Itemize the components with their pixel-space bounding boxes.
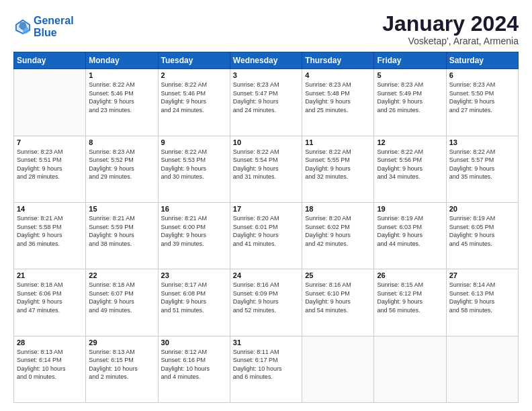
month-title: January 2024: [382, 12, 519, 36]
calendar-cell: 21Sunrise: 8:18 AMSunset: 6:06 PMDayligh…: [14, 269, 86, 336]
weekday-header-saturday: Saturday: [446, 52, 518, 69]
calendar-cell: [446, 336, 518, 402]
calendar-cell: 1Sunrise: 8:22 AMSunset: 5:46 PMDaylight…: [86, 69, 158, 136]
day-number: 6: [449, 71, 515, 79]
weekday-header-monday: Monday: [86, 52, 158, 69]
calendar-week-0: 1Sunrise: 8:22 AMSunset: 5:46 PMDaylight…: [14, 69, 519, 136]
weekday-header-friday: Friday: [374, 52, 446, 69]
day-info: Sunrise: 8:21 AMSunset: 6:00 PMDaylight:…: [161, 214, 227, 248]
day-info: Sunrise: 8:23 AMSunset: 5:51 PMDaylight:…: [17, 148, 83, 181]
day-info: Sunrise: 8:15 AMSunset: 6:12 PMDaylight:…: [377, 281, 443, 314]
logo-text: General Blue: [34, 15, 74, 38]
day-number: 30: [161, 338, 227, 347]
calendar-cell: [14, 69, 86, 136]
calendar-cell: 22Sunrise: 8:18 AMSunset: 6:07 PMDayligh…: [86, 269, 158, 336]
day-number: 10: [233, 138, 299, 146]
calendar-cell: 3Sunrise: 8:23 AMSunset: 5:47 PMDaylight…: [230, 69, 302, 136]
calendar-body: 1Sunrise: 8:22 AMSunset: 5:46 PMDaylight…: [14, 69, 519, 403]
day-number: 17: [233, 205, 299, 213]
calendar-cell: 16Sunrise: 8:21 AMSunset: 6:00 PMDayligh…: [158, 202, 230, 269]
day-number: 14: [17, 205, 83, 213]
day-info: Sunrise: 8:23 AMSunset: 5:50 PMDaylight:…: [449, 81, 515, 114]
calendar-cell: 27Sunrise: 8:14 AMSunset: 6:13 PMDayligh…: [446, 269, 518, 336]
page: General Blue January 2024 Vosketap', Ara…: [0, 0, 532, 411]
day-info: Sunrise: 8:16 AMSunset: 6:10 PMDaylight:…: [305, 281, 371, 314]
day-number: 26: [377, 271, 443, 279]
day-info: Sunrise: 8:21 AMSunset: 5:58 PMDaylight:…: [17, 214, 83, 248]
day-number: 20: [449, 205, 515, 213]
day-info: Sunrise: 8:11 AMSunset: 6:17 PMDaylight:…: [233, 348, 299, 381]
calendar-cell: 15Sunrise: 8:21 AMSunset: 5:59 PMDayligh…: [86, 202, 158, 269]
day-number: 27: [449, 271, 515, 279]
day-info: Sunrise: 8:18 AMSunset: 6:06 PMDaylight:…: [17, 281, 83, 314]
day-number: 16: [161, 205, 227, 213]
day-info: Sunrise: 8:20 AMSunset: 6:02 PMDaylight:…: [305, 214, 371, 248]
weekday-header-wednesday: Wednesday: [230, 52, 302, 69]
day-number: 29: [89, 338, 154, 347]
day-info: Sunrise: 8:23 AMSunset: 5:49 PMDaylight:…: [377, 81, 443, 114]
day-info: Sunrise: 8:21 AMSunset: 5:59 PMDaylight:…: [89, 214, 154, 248]
calendar-cell: 10Sunrise: 8:22 AMSunset: 5:54 PMDayligh…: [230, 136, 302, 202]
day-info: Sunrise: 8:12 AMSunset: 6:16 PMDaylight:…: [161, 348, 227, 381]
calendar-cell: 26Sunrise: 8:15 AMSunset: 6:12 PMDayligh…: [374, 269, 446, 336]
day-info: Sunrise: 8:23 AMSunset: 5:48 PMDaylight:…: [305, 81, 371, 114]
calendar-cell: 9Sunrise: 8:22 AMSunset: 5:53 PMDaylight…: [158, 136, 230, 202]
calendar-week-1: 7Sunrise: 8:23 AMSunset: 5:51 PMDaylight…: [14, 136, 519, 202]
day-number: 1: [89, 71, 154, 79]
calendar-cell: 28Sunrise: 8:13 AMSunset: 6:14 PMDayligh…: [14, 336, 86, 402]
calendar-cell: 13Sunrise: 8:22 AMSunset: 5:57 PMDayligh…: [446, 136, 518, 202]
day-info: Sunrise: 8:22 AMSunset: 5:55 PMDaylight:…: [305, 148, 371, 181]
day-info: Sunrise: 8:20 AMSunset: 6:01 PMDaylight:…: [233, 214, 299, 248]
calendar-cell: 23Sunrise: 8:17 AMSunset: 6:08 PMDayligh…: [158, 269, 230, 336]
day-info: Sunrise: 8:22 AMSunset: 5:57 PMDaylight:…: [449, 148, 515, 181]
day-info: Sunrise: 8:22 AMSunset: 5:46 PMDaylight:…: [161, 81, 227, 114]
day-number: 4: [305, 71, 371, 79]
weekday-header-sunday: Sunday: [14, 52, 86, 69]
calendar-cell: 24Sunrise: 8:16 AMSunset: 6:09 PMDayligh…: [230, 269, 302, 336]
day-number: 7: [17, 138, 83, 146]
calendar-cell: 30Sunrise: 8:12 AMSunset: 6:16 PMDayligh…: [158, 336, 230, 402]
calendar-cell: 2Sunrise: 8:22 AMSunset: 5:46 PMDaylight…: [158, 69, 230, 136]
day-info: Sunrise: 8:22 AMSunset: 5:56 PMDaylight:…: [377, 148, 443, 181]
day-number: 5: [377, 71, 443, 79]
calendar-cell: 5Sunrise: 8:23 AMSunset: 5:49 PMDaylight…: [374, 69, 446, 136]
calendar-cell: 11Sunrise: 8:22 AMSunset: 5:55 PMDayligh…: [302, 136, 374, 202]
day-info: Sunrise: 8:19 AMSunset: 6:05 PMDaylight:…: [449, 214, 515, 248]
day-info: Sunrise: 8:14 AMSunset: 6:13 PMDaylight:…: [449, 281, 515, 314]
day-number: 25: [305, 271, 371, 279]
calendar-cell: 17Sunrise: 8:20 AMSunset: 6:01 PMDayligh…: [230, 202, 302, 269]
calendar-header: SundayMondayTuesdayWednesdayThursdayFrid…: [14, 52, 519, 69]
day-info: Sunrise: 8:19 AMSunset: 6:03 PMDaylight:…: [377, 214, 443, 248]
day-number: 11: [305, 138, 371, 146]
day-number: 8: [89, 138, 154, 146]
day-info: Sunrise: 8:22 AMSunset: 5:53 PMDaylight:…: [161, 148, 227, 181]
calendar-cell: 29Sunrise: 8:13 AMSunset: 6:15 PMDayligh…: [86, 336, 158, 402]
day-info: Sunrise: 8:18 AMSunset: 6:07 PMDaylight:…: [89, 281, 154, 314]
calendar-cell: [374, 336, 446, 402]
day-number: 21: [17, 271, 83, 279]
day-number: 18: [305, 205, 371, 213]
day-number: 2: [161, 71, 227, 79]
logo: General Blue: [13, 15, 74, 38]
weekday-header-thursday: Thursday: [302, 52, 374, 69]
calendar-cell: 14Sunrise: 8:21 AMSunset: 5:58 PMDayligh…: [14, 202, 86, 269]
day-number: 24: [233, 271, 299, 279]
calendar-week-3: 21Sunrise: 8:18 AMSunset: 6:06 PMDayligh…: [14, 269, 519, 336]
day-number: 13: [449, 138, 515, 146]
day-number: 19: [377, 205, 443, 213]
calendar-week-2: 14Sunrise: 8:21 AMSunset: 5:58 PMDayligh…: [14, 202, 519, 269]
day-number: 28: [17, 338, 83, 347]
day-number: 15: [89, 205, 154, 213]
day-number: 31: [233, 338, 299, 347]
weekday-header-row: SundayMondayTuesdayWednesdayThursdayFrid…: [14, 52, 519, 69]
calendar-week-4: 28Sunrise: 8:13 AMSunset: 6:14 PMDayligh…: [14, 336, 519, 402]
day-info: Sunrise: 8:13 AMSunset: 6:15 PMDaylight:…: [89, 348, 154, 381]
day-number: 12: [377, 138, 443, 146]
calendar-cell: 31Sunrise: 8:11 AMSunset: 6:17 PMDayligh…: [230, 336, 302, 402]
day-info: Sunrise: 8:17 AMSunset: 6:08 PMDaylight:…: [161, 281, 227, 314]
calendar-cell: 4Sunrise: 8:23 AMSunset: 5:48 PMDaylight…: [302, 69, 374, 136]
title-block: January 2024 Vosketap', Ararat, Armenia: [382, 12, 519, 46]
calendar-cell: 7Sunrise: 8:23 AMSunset: 5:51 PMDaylight…: [14, 136, 86, 202]
day-info: Sunrise: 8:22 AMSunset: 5:54 PMDaylight:…: [233, 148, 299, 181]
day-info: Sunrise: 8:22 AMSunset: 5:46 PMDaylight:…: [89, 81, 154, 114]
